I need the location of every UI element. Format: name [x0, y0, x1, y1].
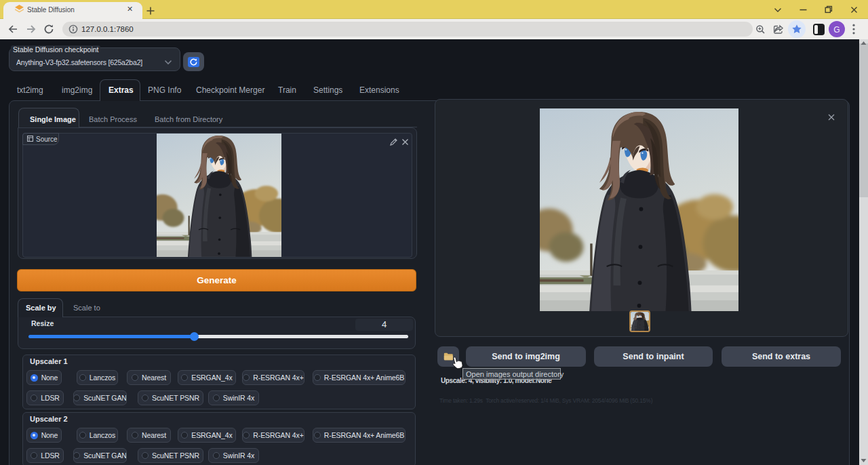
svg-text:G: G	[833, 25, 840, 35]
